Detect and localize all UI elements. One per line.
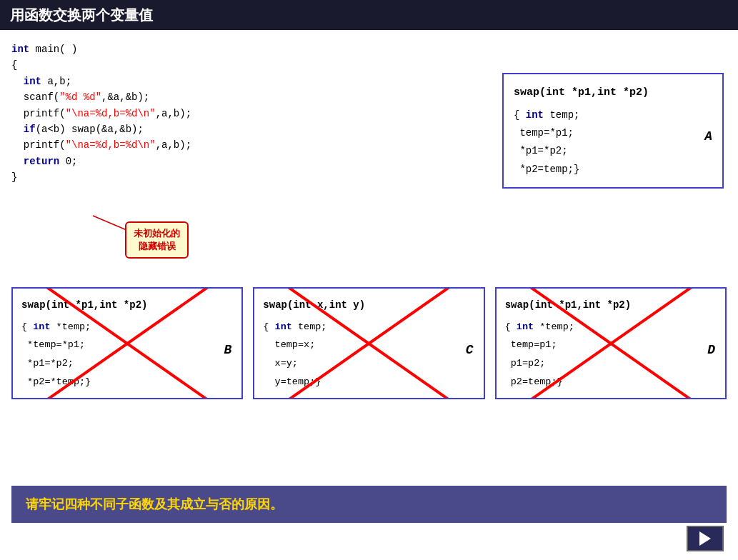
wrong-box-d: swap(int *p1,int *p2) { int *temp; temp=… xyxy=(495,287,727,399)
label-a: A xyxy=(704,125,712,148)
annotation-bubble: 未初始化的 隐藏错误 xyxy=(125,221,189,259)
box-d-header: swap(int *p1,int *p2) xyxy=(505,296,717,315)
title-bar: 用函数交换两个变量值 xyxy=(0,0,738,30)
box-c-line2: temp=x; xyxy=(263,336,474,354)
bottom-banner-text: 请牢记四种不同子函数及其成立与否的原因。 xyxy=(26,497,283,511)
box-d-line2: temp=p1; xyxy=(505,336,717,354)
code-line-2: { xyxy=(11,57,191,73)
bubble-line1: 未初始化的 xyxy=(134,227,180,240)
code-line-1: int main( ) xyxy=(11,41,191,57)
code-line-7: printf("\na=%d,b=%d\n",a,b); xyxy=(11,137,191,153)
box-c-header: swap(int x,int y) xyxy=(263,296,474,315)
box-b-line2: *temp=*p1; xyxy=(21,336,233,354)
box-b-header: swap(int *p1,int *p2) xyxy=(21,296,233,315)
label-d: D xyxy=(707,338,715,362)
slide-content: int main( ) { int a,b; scanf("%d %d",&a,… xyxy=(0,30,738,560)
wrong-boxes-row: swap(int *p1,int *p2) { int *temp; *temp… xyxy=(11,287,727,399)
bubble-line2: 隐藏错误 xyxy=(134,240,180,253)
main-code-block: int main( ) { int a,b; scanf("%d %d",&a,… xyxy=(11,41,191,186)
correct-box-a: swap(int *p1,int *p2) { int temp; temp=*… xyxy=(502,73,724,189)
correct-box-header: swap(int *p1,int *p2) xyxy=(514,83,712,102)
box-b-line1: { int *temp; xyxy=(21,318,233,336)
correct-box-line2: temp=*p1; xyxy=(514,124,712,142)
next-button[interactable] xyxy=(687,526,724,551)
code-line-8: return 0; xyxy=(11,154,191,169)
box-c-line4: y=temp;} xyxy=(263,373,474,391)
correct-box-line1: { int temp; xyxy=(514,106,712,124)
box-d-line1: { int *temp; xyxy=(505,318,717,336)
label-b: B xyxy=(224,338,232,362)
bottom-banner: 请牢记四种不同子函数及其成立与否的原因。 xyxy=(11,486,727,523)
code-line-5: printf("\na=%d,b=%d\n",a,b); xyxy=(11,106,191,121)
code-line-9: } xyxy=(11,169,191,185)
label-c: C xyxy=(466,338,474,362)
code-line-3: int a,b; xyxy=(11,74,191,89)
box-d-line3: p1=p2; xyxy=(505,354,717,373)
box-b-line4: *p2=*temp;} xyxy=(21,373,233,391)
code-line-6: if(a<b) swap(&a,&b); xyxy=(11,121,191,137)
box-c-line1: { int temp; xyxy=(263,318,474,336)
wrong-box-c: swap(int x,int y) { int temp; temp=x; x=… xyxy=(253,287,484,399)
title-text: 用函数交换两个变量值 xyxy=(10,6,153,25)
correct-box-line4: *p2=temp;} xyxy=(514,161,712,179)
code-line-4: scanf("%d %d",&a,&b); xyxy=(11,89,191,105)
box-b-line3: *p1=*p2; xyxy=(21,354,233,373)
correct-box-line3: *p1=*p2; A xyxy=(514,142,712,160)
box-d-line4: p2=temp;} xyxy=(505,373,717,391)
box-c-line3: x=y; xyxy=(263,354,474,373)
wrong-box-b: swap(int *p1,int *p2) { int *temp; *temp… xyxy=(11,287,243,399)
